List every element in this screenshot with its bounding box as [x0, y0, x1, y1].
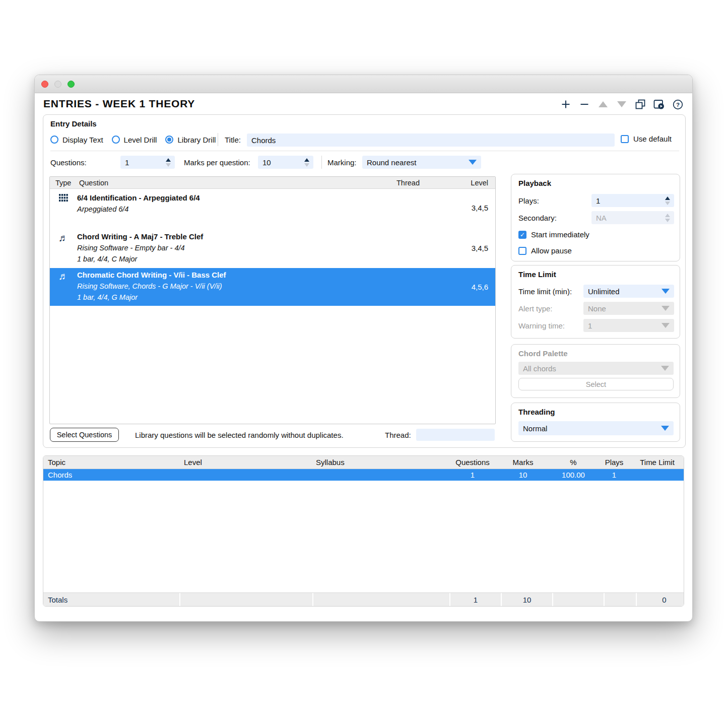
chevron-down-icon: [661, 289, 670, 294]
select-chords-button: Select: [518, 378, 674, 390]
time-limit-group: Time Limit Time limit (min): Unlimited A…: [511, 265, 680, 339]
help-icon[interactable]: ?: [672, 99, 683, 109]
column-header-topic: Topic: [43, 458, 179, 467]
question-level: 3,4,5: [396, 230, 495, 266]
plays-label: Plays:: [518, 196, 539, 205]
radio-circle-icon[interactable]: [112, 136, 120, 144]
time-limit-title: Time Limit: [518, 270, 556, 279]
threading-title: Threading: [518, 408, 555, 416]
start-immediately-row[interactable]: ✓ Start immediately: [518, 230, 589, 239]
playback-group: Playback Plays: 1 Secondary: NA ✓ Start …: [511, 174, 680, 261]
totals-percent: [553, 593, 604, 606]
allow-pause-label: Allow pause: [531, 246, 572, 255]
alert-type-value: None: [588, 304, 661, 313]
question-detail: 1 bar, 4/4, G Major: [77, 292, 396, 303]
chord-palette-title: Chord Palette: [518, 349, 568, 358]
start-immediately-label: Start immediately: [531, 230, 589, 239]
use-default-label: Use default: [633, 135, 672, 143]
minimize-window-button[interactable]: [54, 81, 61, 88]
decrement-icon[interactable]: [166, 163, 171, 167]
plays-stepper[interactable]: 1: [591, 194, 674, 207]
question-row-selected[interactable]: ♬ Chromatic Chord Writing - V/ii - Bass …: [50, 268, 495, 306]
music-note-icon: ♬: [50, 268, 77, 306]
radio-display-text[interactable]: Display Text: [50, 136, 103, 144]
use-default-checkbox-row[interactable]: Use default: [621, 135, 672, 143]
move-up-icon[interactable]: [598, 99, 609, 109]
summary-questions: 1: [447, 471, 498, 479]
entry-type-radio-group: Display Text Level Drill Library Drill: [50, 133, 216, 146]
totals-plays: [605, 593, 636, 606]
close-window-button[interactable]: [41, 81, 48, 88]
column-header-syllabus: Syllabus: [311, 458, 447, 467]
questions-stepper[interactable]: 1: [120, 156, 175, 169]
select-questions-button[interactable]: Select Questions: [50, 428, 119, 442]
question-subtitle: Rising Software - Empty bar - 4/4: [77, 242, 396, 253]
radio-display-text-label: Display Text: [62, 136, 103, 144]
decrement-icon[interactable]: [304, 163, 309, 167]
use-default-checkbox[interactable]: [621, 135, 629, 143]
time-limit-label: Time limit (min):: [518, 287, 572, 296]
svg-text:?: ?: [676, 101, 679, 107]
title-bar[interactable]: [35, 75, 692, 93]
increment-icon[interactable]: [166, 158, 171, 162]
allow-pause-checkbox[interactable]: [518, 247, 526, 255]
marks-value: 10: [262, 158, 304, 167]
increment-icon[interactable]: [304, 158, 309, 162]
decrement-icon[interactable]: [665, 202, 670, 205]
increment-icon[interactable]: [665, 196, 670, 200]
question-list-header: Type Question Thread Level: [50, 177, 495, 189]
radio-library-drill-label: Library Drill: [177, 136, 216, 144]
move-down-icon[interactable]: [616, 99, 627, 109]
column-header-type: Type: [50, 179, 77, 187]
totals-label: Totals: [43, 593, 179, 606]
title-input[interactable]: Chords: [247, 134, 615, 147]
threading-dropdown[interactable]: Normal: [518, 421, 674, 435]
question-title: Chromatic Chord Writing - V/ii - Bass Cl…: [77, 270, 396, 281]
marks-stepper[interactable]: 10: [258, 156, 313, 169]
duplicate-icon[interactable]: [635, 99, 646, 109]
question-title: 6/4 Identification - Arpeggiated 6/4: [77, 192, 396, 204]
summary-table: Topic Level Syllabus Questions Marks % P…: [43, 455, 684, 607]
question-detail: 1 bar, 4/4, C Major: [77, 253, 396, 264]
thread-label: Thread:: [385, 431, 411, 439]
increment-icon: [665, 214, 670, 217]
radio-level-drill-label: Level Drill: [124, 136, 157, 144]
question-level: 3,4,5: [396, 191, 495, 224]
summary-marks: 10: [498, 471, 548, 479]
marking-dropdown[interactable]: Round nearest: [362, 156, 481, 169]
zoom-window-button[interactable]: [68, 81, 75, 88]
alert-type-label: Alert type:: [518, 304, 553, 313]
radio-circle-selected-icon[interactable]: [165, 136, 173, 144]
time-limit-dropdown[interactable]: Unlimited: [583, 285, 674, 298]
allow-pause-row[interactable]: Allow pause: [518, 246, 572, 255]
thread-input[interactable]: [416, 429, 495, 441]
summary-totals-row: Totals 1 10 0: [43, 592, 684, 606]
radio-level-drill[interactable]: Level Drill: [112, 136, 157, 144]
question-subtitle: Rising Software, Chords - G Major - V/ii…: [77, 281, 396, 292]
divider: [50, 151, 679, 151]
radio-circle-icon[interactable]: [50, 136, 58, 144]
secondary-stepper: NA: [591, 211, 674, 224]
page-title: ENTRIES - WEEK 1 THEORY: [43, 98, 195, 110]
start-immediately-checkbox[interactable]: ✓: [518, 231, 526, 239]
totals-time-limit: 0: [637, 593, 684, 606]
decrement-icon: [665, 219, 670, 222]
question-row[interactable]: ♬ Chord Writing - A Maj7 - Treble Clef R…: [50, 230, 495, 266]
threading-group: Threading Normal: [511, 403, 680, 442]
alert-type-dropdown: None: [583, 302, 674, 315]
column-header-plays: Plays: [599, 458, 630, 467]
grid-icon: [50, 191, 77, 224]
preview-icon[interactable]: [653, 99, 665, 109]
question-row[interactable]: 6/4 Identification - Arpeggiated 6/4 Arp…: [50, 191, 495, 224]
summary-row-selected[interactable]: Chords 1 10 100.00 1: [43, 469, 684, 481]
marking-value: Round nearest: [367, 158, 469, 167]
radio-library-drill[interactable]: Library Drill: [165, 136, 216, 144]
question-subtitle: Arpeggiated 6/4: [77, 204, 396, 215]
title-label: Title:: [225, 136, 241, 144]
question-list: Type Question Thread Level: [49, 176, 496, 424]
add-icon[interactable]: [560, 99, 571, 109]
remove-icon[interactable]: [579, 99, 590, 109]
warning-time-value: 1: [588, 321, 661, 330]
question-level: 4,5,6: [396, 268, 495, 306]
app-window: ENTRIES - WEEK 1 THEORY: [34, 75, 693, 622]
